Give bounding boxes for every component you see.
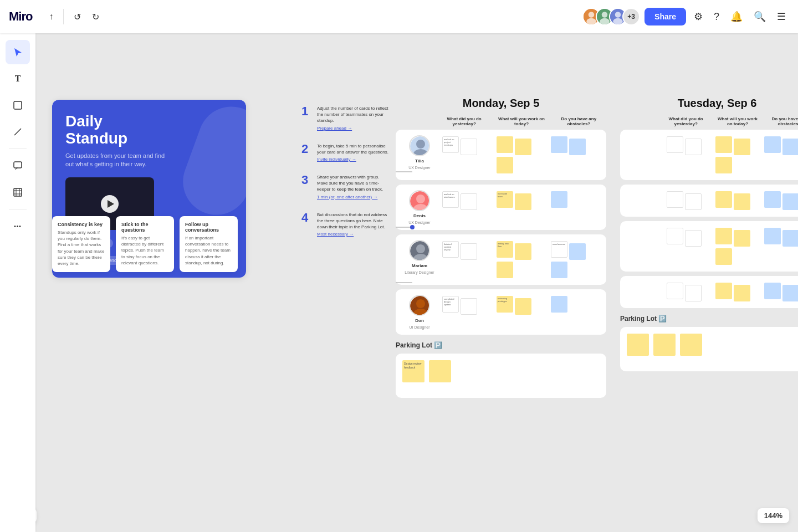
mariam-role: Literary Designer: [405, 270, 434, 274]
sticky-note-yellow[interactable]: [497, 136, 513, 153]
sticky-note-blue[interactable]: [569, 243, 586, 260]
tilia-role: UX Designer: [408, 166, 431, 170]
step-1: 1 Adjust the number of cards to reflect …: [301, 105, 390, 131]
sticky-note[interactable]: [667, 228, 683, 244]
sticky-note-yellow[interactable]: [734, 285, 750, 301]
play-button[interactable]: [101, 195, 119, 213]
step-1-link[interactable]: Prepare ahead →: [317, 126, 390, 131]
tip-consistency-text: Standups only work if you regularly do t…: [58, 229, 105, 267]
sticky-note-blue[interactable]: [764, 283, 781, 299]
sticky-note-blue[interactable]: [782, 285, 798, 301]
sticky-note-yellow[interactable]: [715, 228, 732, 244]
svg-point-4: [602, 12, 608, 18]
sticky-note[interactable]: [667, 283, 683, 299]
sticky-note-yellow[interactable]: [515, 139, 531, 155]
sticky-note-blue[interactable]: [551, 262, 567, 278]
undo-button[interactable]: ↺: [68, 8, 86, 25]
sticky-note[interactable]: [461, 298, 477, 315]
sticky-note[interactable]: [461, 139, 477, 155]
parking-sticky-1[interactable]: Design review feedback: [402, 360, 424, 382]
sticky-note[interactable]: [461, 193, 477, 210]
sticky-note-yellow[interactable]: [515, 243, 531, 260]
sticky-note-yellow[interactable]: reviewing prototype: [497, 296, 513, 313]
sticky-note[interactable]: need access: [551, 241, 567, 258]
text-tool[interactable]: T: [6, 66, 30, 91]
select-tool[interactable]: [6, 40, 30, 64]
canvas[interactable]: DailyStandup Get updates from your team …: [35, 33, 798, 532]
sticky-note[interactable]: [461, 243, 477, 260]
step-4-link[interactable]: Most necessary →: [317, 232, 390, 237]
sticky-note-yellow[interactable]: meet with team: [497, 191, 513, 208]
sticky-note-blue[interactable]: [551, 296, 567, 313]
sticky-note-blue[interactable]: [782, 193, 798, 210]
tue-today-1: [714, 135, 761, 175]
comment-tool[interactable]: [6, 154, 30, 178]
sticky-note-yellow[interactable]: writing new flow: [497, 241, 513, 258]
upload-button[interactable]: ↑: [43, 8, 59, 25]
sticky-note-blue[interactable]: [764, 228, 781, 244]
svg-rect-12: [14, 188, 22, 196]
sticky-note[interactable]: [685, 193, 702, 210]
settings-icon-btn[interactable]: ⚙: [690, 7, 706, 26]
sticky-note-blue[interactable]: [551, 136, 567, 153]
more-tools[interactable]: •••: [6, 214, 30, 238]
don-yesterday: completed design system: [441, 295, 493, 316]
tue-parking-sticky-3[interactable]: [680, 334, 702, 356]
sticky-note-yellow[interactable]: [497, 262, 513, 278]
sticky-note[interactable]: [685, 230, 702, 247]
menu-icon-btn[interactable]: ☰: [774, 7, 789, 26]
sticky-note-blue[interactable]: [782, 139, 798, 155]
sticky-note-yellow[interactable]: [715, 191, 732, 208]
sticky-note-blue[interactable]: [764, 191, 781, 208]
search-icon-btn[interactable]: 🔍: [750, 7, 769, 26]
sticky-note-yellow[interactable]: [715, 136, 732, 153]
svg-point-18: [416, 140, 425, 149]
sticky-note-blue[interactable]: [551, 191, 567, 208]
sticky-note[interactable]: [667, 136, 683, 153]
sticky-note-yellow[interactable]: [715, 248, 732, 265]
redo-button[interactable]: ↻: [86, 8, 105, 25]
frame-tool[interactable]: [6, 180, 30, 204]
step-4-number: 4: [301, 212, 313, 224]
sticky-note[interactable]: [685, 139, 702, 155]
step-3-number: 3: [301, 174, 313, 186]
share-button[interactable]: Share: [644, 8, 686, 25]
sticky-note[interactable]: [685, 285, 702, 301]
tue-row-2: [620, 185, 798, 217]
sticky-note-yellow[interactable]: [715, 283, 732, 299]
sticky-note[interactable]: finished content review: [442, 241, 459, 258]
sticky-note[interactable]: worked on project mockups: [442, 136, 459, 153]
parking-sticky-2[interactable]: [429, 360, 451, 382]
sticky-note-yellow[interactable]: [497, 157, 513, 173]
sticky-note-yellow[interactable]: [515, 298, 531, 315]
tip-followup-text: If an important conversation needs to ha…: [185, 235, 232, 266]
notifications-icon-btn[interactable]: 🔔: [727, 7, 746, 26]
tip-consistency-title: Consistency is key: [58, 222, 105, 227]
sticky-note[interactable]: worked on wireframes: [442, 191, 459, 208]
step-2-link[interactable]: Invite individually →: [317, 157, 390, 162]
sticky-note-yellow[interactable]: [734, 139, 750, 155]
sticky-note-blue[interactable]: [569, 139, 586, 155]
sticky-note-tool[interactable]: [6, 93, 30, 117]
sticky-note-yellow[interactable]: [734, 230, 750, 247]
tue-today-2: [714, 190, 761, 211]
sticky-note-blue[interactable]: [782, 230, 798, 247]
tilia-today: [495, 135, 548, 175]
tue-parking-sticky-1[interactable]: [627, 334, 649, 356]
sticky-note-yellow[interactable]: [515, 193, 531, 210]
svg-point-7: [615, 12, 621, 18]
avatar-count[interactable]: +3: [622, 8, 640, 25]
sticky-note-yellow[interactable]: [715, 157, 732, 173]
col-header-person: [396, 116, 434, 126]
sticky-note[interactable]: completed design system: [442, 296, 459, 313]
step-3-link[interactable]: 1 min (or, one after another) →: [317, 195, 390, 200]
header: Miro ↑ ↺ ↻ +3 Share ⚙ ? 🔔 🔍 ☰: [0, 0, 798, 33]
sticky-note-yellow[interactable]: [734, 193, 750, 210]
sticky-note[interactable]: [667, 191, 683, 208]
sticky-note-blue[interactable]: [764, 136, 781, 153]
avatar-group: +3: [582, 8, 640, 25]
monday-parking-lot-title: Parking Lot 🅿️: [396, 341, 606, 349]
tue-parking-sticky-2[interactable]: [653, 334, 676, 356]
line-tool[interactable]: [6, 120, 30, 144]
help-icon-btn[interactable]: ?: [710, 8, 723, 26]
